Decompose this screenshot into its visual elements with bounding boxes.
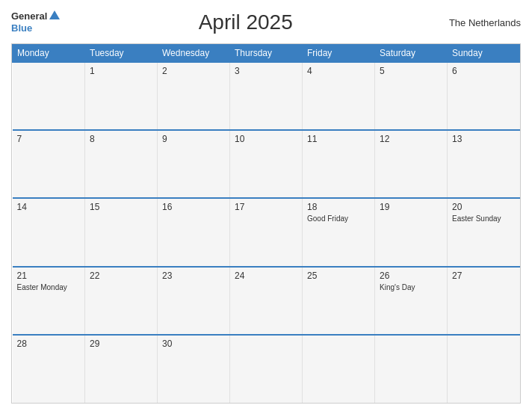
day-number: 23 — [162, 271, 225, 281]
day-number: 28 — [17, 339, 81, 349]
day-cell-2-1: 7 — [13, 130, 85, 198]
day-number: 5 — [380, 66, 442, 76]
day-cell-5-6 — [375, 335, 448, 403]
header-monday: Monday — [13, 45, 85, 63]
day-number: 19 — [380, 202, 442, 212]
logo-general-text: General — [11, 11, 47, 21]
day-number: 4 — [307, 66, 370, 76]
day-cell-4-3: 23 — [158, 267, 230, 335]
logo: General Blue — [11, 10, 60, 34]
day-number: 8 — [90, 134, 152, 144]
day-cell-3-1: 14 — [13, 198, 85, 266]
day-number: 30 — [162, 339, 225, 349]
day-cell-1-1 — [13, 62, 85, 130]
day-number: 3 — [235, 66, 297, 76]
day-number: 13 — [452, 134, 516, 144]
day-cell-3-5: 18Good Friday — [303, 198, 375, 266]
week-row-2: 78910111213 — [13, 130, 520, 198]
day-cell-1-3: 2 — [158, 62, 230, 130]
logo-triangle-icon — [49, 10, 60, 19]
header-thursday: Thursday — [230, 45, 303, 63]
header-sunday: Sunday — [448, 45, 520, 63]
logo-blue-text: Blue — [11, 22, 32, 34]
day-cell-3-6: 19 — [375, 198, 448, 266]
day-cell-3-7: 20Easter Sunday — [448, 198, 520, 266]
day-number: 26 — [380, 271, 442, 281]
day-cell-2-6: 12 — [375, 130, 448, 198]
country-label: The Netherlands — [431, 17, 521, 28]
day-number: 22 — [90, 271, 152, 281]
day-cell-4-1: 21Easter Monday — [13, 267, 85, 335]
day-cell-1-6: 5 — [375, 62, 448, 130]
day-number: 15 — [90, 202, 152, 212]
holiday-label: Good Friday — [307, 214, 370, 223]
day-cell-3-2: 15 — [85, 198, 158, 266]
day-number: 16 — [162, 202, 225, 212]
day-number: 21 — [17, 271, 81, 281]
day-number: 1 — [90, 66, 152, 76]
day-cell-5-3: 30 — [158, 335, 230, 403]
days-header-row: Monday Tuesday Wednesday Thursday Friday… — [13, 45, 520, 63]
day-cell-2-2: 8 — [85, 130, 158, 198]
day-cell-1-5: 4 — [303, 62, 375, 130]
header: General Blue April 2025 The Netherlands — [11, 7, 521, 37]
holiday-label: King's Day — [380, 282, 442, 292]
day-number: 12 — [380, 134, 442, 144]
day-number: 6 — [452, 66, 516, 76]
calendar-grid: Monday Tuesday Wednesday Thursday Friday… — [11, 43, 521, 404]
day-cell-3-3: 16 — [158, 198, 230, 266]
week-row-5: 282930 — [13, 335, 520, 403]
day-cell-4-7: 27 — [448, 267, 520, 335]
day-number: 9 — [162, 134, 225, 144]
week-row-4: 21Easter Monday2223242526King's Day27 — [13, 267, 520, 335]
holiday-label: Easter Monday — [17, 282, 81, 292]
day-number: 14 — [17, 202, 81, 212]
day-number: 29 — [90, 339, 152, 349]
holiday-label: Easter Sunday — [452, 214, 516, 223]
day-number: 27 — [452, 271, 516, 281]
day-cell-1-2: 1 — [85, 62, 158, 130]
day-number: 17 — [235, 202, 297, 212]
header-friday: Friday — [303, 45, 375, 63]
day-cell-5-5 — [303, 335, 375, 403]
day-cell-4-2: 22 — [85, 267, 158, 335]
day-cell-2-3: 9 — [158, 130, 230, 198]
calendar-title: April 2025 — [60, 10, 431, 34]
day-number: 24 — [235, 271, 297, 281]
calendar-page: General Blue April 2025 The Netherlands … — [0, 0, 532, 411]
day-cell-2-5: 11 — [303, 130, 375, 198]
week-row-1: 123456 — [13, 62, 520, 130]
day-cell-2-4: 10 — [230, 130, 303, 198]
day-cell-5-4 — [230, 335, 303, 403]
day-cell-4-6: 26King's Day — [375, 267, 448, 335]
day-number: 11 — [307, 134, 370, 144]
day-number: 20 — [452, 202, 516, 212]
day-cell-1-4: 3 — [230, 62, 303, 130]
header-saturday: Saturday — [375, 45, 448, 63]
day-cell-4-5: 25 — [303, 267, 375, 335]
day-number: 7 — [17, 134, 81, 144]
day-number: 2 — [162, 66, 225, 76]
header-wednesday: Wednesday — [158, 45, 230, 63]
day-cell-5-1: 28 — [13, 335, 85, 403]
day-number: 10 — [235, 134, 297, 144]
day-cell-4-4: 24 — [230, 267, 303, 335]
day-cell-2-7: 13 — [448, 130, 520, 198]
day-number: 18 — [307, 202, 370, 212]
day-cell-1-7: 6 — [448, 62, 520, 130]
week-row-3: 1415161718Good Friday1920Easter Sunday — [13, 198, 520, 266]
day-cell-3-4: 17 — [230, 198, 303, 266]
day-number: 25 — [307, 271, 370, 281]
day-cell-5-7 — [448, 335, 520, 403]
day-cell-5-2: 29 — [85, 335, 158, 403]
header-tuesday: Tuesday — [85, 45, 158, 63]
